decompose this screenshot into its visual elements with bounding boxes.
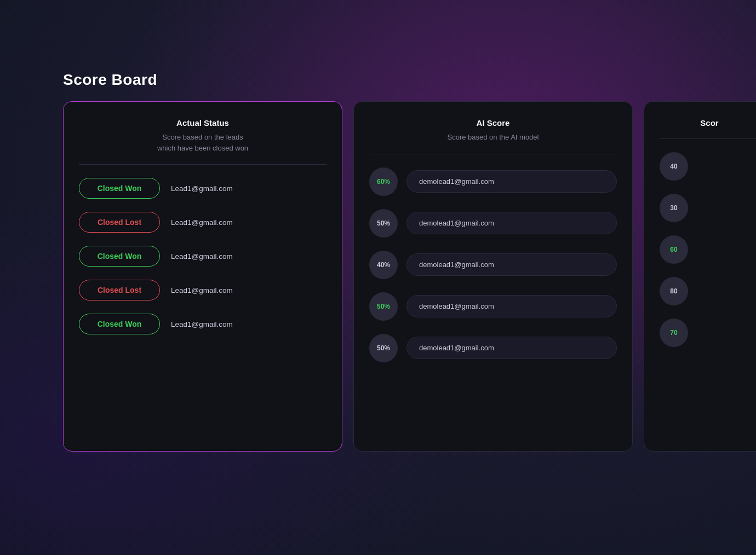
email-pill: demolead1@gmail.com [406,212,617,234]
table-row: 70 [660,319,756,347]
email-pill: demolead1@gmail.com [406,337,617,359]
table-row: Closed Won Lead1@gmail.com [79,178,327,199]
score-circle: 80 [660,277,688,305]
table-row: 60 [660,235,756,264]
table-row: 50% demolead1@gmail.com [369,292,617,321]
ai-card-subtitle: Score based on the AI model [369,132,617,143]
score-circle: 70 [660,319,688,347]
email-text: Lead1@gmail.com [171,320,233,328]
actual-status-card: Actual Status Score based on the leadswh… [63,101,342,452]
score-circle: 50% [369,209,398,238]
email-text: Lead1@gmail.com [171,218,233,227]
email-text: Lead1@gmail.com [171,184,233,193]
table-row: 50% demolead1@gmail.com [369,334,617,362]
score-circle: 50% [369,334,398,362]
status-badge-won: Closed Won [79,246,160,267]
ai-card-title: AI Score [369,118,617,128]
score-circle: 50% [369,292,398,321]
table-row: 50% demolead1@gmail.com [369,209,617,238]
table-row: 60% demolead1@gmail.com [369,167,617,196]
email-text: Lead1@gmail.com [171,286,233,294]
actual-card-title: Actual Status [79,118,327,128]
third-card-title: Scor [660,118,756,128]
table-row: 30 [660,194,756,222]
status-badge-won: Closed Won [79,314,160,334]
table-row: Closed Won Lead1@gmail.com [79,246,327,267]
actual-card-subtitle: Score based on the leadswhich have been … [79,132,327,153]
score-circle: 30 [660,194,688,222]
third-card: Scor 40 30 60 80 70 [644,101,756,452]
score-circle: 60 [660,235,688,264]
actual-card-divider [79,164,327,165]
score-circle: 60% [369,167,398,196]
table-row: 40 [660,152,756,181]
email-pill: demolead1@gmail.com [406,253,617,276]
score-circle: 40% [369,251,398,279]
third-card-header: Scor [660,118,756,128]
ai-card-divider [369,154,617,154]
third-card-divider [660,138,756,139]
table-row: Closed Lost Lead1@gmail.com [79,280,327,300]
ai-score-card: AI Score Score based on the AI model 60%… [353,101,633,452]
ai-card-header: AI Score Score based on the AI model [369,118,617,143]
page-title: Score Board [63,71,157,89]
email-pill: demolead1@gmail.com [406,170,617,193]
table-row: Closed Lost Lead1@gmail.com [79,212,327,233]
table-row: 80 [660,277,756,305]
actual-card-header: Actual Status Score based on the leadswh… [79,118,327,153]
status-badge-lost: Closed Lost [79,212,160,233]
status-badge-lost: Closed Lost [79,280,160,300]
status-badge-won: Closed Won [79,178,160,199]
email-pill: demolead1@gmail.com [406,295,617,317]
table-row: 40% demolead1@gmail.com [369,251,617,279]
cards-container: Actual Status Score based on the leadswh… [63,101,756,452]
table-row: Closed Won Lead1@gmail.com [79,314,327,334]
score-circle: 40 [660,152,688,181]
email-text: Lead1@gmail.com [171,252,233,261]
